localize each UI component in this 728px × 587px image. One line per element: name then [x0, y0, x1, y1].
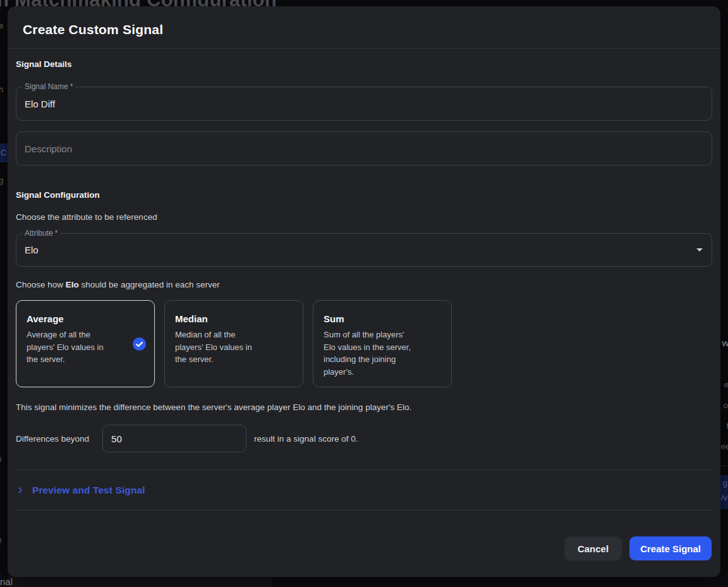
bg-text-fragment: ee [721, 442, 728, 451]
bg-text-fragment: C [1, 148, 6, 157]
chevron-right-icon [16, 486, 25, 495]
attribute-prompt: Choose the attribute to be referenced [16, 212, 712, 222]
signal-name-input[interactable] [16, 87, 712, 120]
aggregation-options: Average Average of all the players' Elo … [16, 300, 712, 387]
aggregation-prompt: Choose how Elo should be aggregated in e… [16, 280, 712, 289]
signal-details-heading: Signal Details [16, 59, 712, 69]
check-circle-icon [133, 337, 146, 351]
card-description: Sum of all the players' Elo values in th… [324, 329, 413, 378]
bg-table-row [8, 577, 272, 587]
threshold-suffix: result in a signal score of 0. [254, 434, 358, 444]
modal-body: Signal Details Signal Name* Signal Confi… [8, 59, 720, 560]
chevron-down-icon [696, 248, 703, 251]
required-asterisk: * [55, 229, 58, 238]
attribute-selected-value: Elo [16, 245, 696, 255]
bg-text-fragment: 0 [0, 455, 1, 464]
bg-table-strip: nal [0, 577, 728, 587]
signal-name-label: Signal Name* [22, 82, 75, 91]
header-divider [8, 48, 720, 49]
threshold-field [102, 425, 246, 452]
attribute-label: Attribute* [22, 229, 60, 238]
description-field [16, 131, 712, 166]
create-custom-signal-modal: Create Custom Signal Signal Details Sign… [8, 6, 720, 577]
aggregation-card-sum[interactable]: Sum Sum of all the players' Elo values i… [313, 300, 452, 387]
bg-text-fragment: or [723, 401, 728, 410]
bg-text-fragment: w [722, 337, 728, 348]
attribute-select[interactable]: Attribute* Elo [16, 233, 712, 267]
bg-text-fragment: e [724, 380, 728, 389]
aggregation-prompt-attribute: Elo [66, 280, 79, 289]
bg-highlighted-block: g /v [720, 475, 728, 509]
threshold-input[interactable] [103, 425, 246, 452]
bg-text-fragment: e [0, 21, 3, 30]
signal-note: This signal minimizes the difference bet… [16, 402, 712, 412]
modal-footer: Cancel Create Signal [16, 536, 712, 560]
modal-title: Create Custom Signal [23, 22, 705, 37]
threshold-prefix: Differences beyond [16, 434, 89, 444]
preview-link-label: Preview and Test Signal [32, 485, 145, 496]
modal-header: Create Custom Signal [8, 6, 720, 37]
signal-name-field: Signal Name* [16, 87, 712, 121]
card-title: Median [175, 313, 293, 324]
signal-configuration-heading: Signal Configuration [16, 190, 712, 200]
bg-text-fragment: nal [0, 576, 13, 587]
bg-text-fragment: g [723, 478, 727, 488]
aggregation-card-median[interactable]: Median Median of all the players' Elo va… [164, 300, 303, 387]
card-description: Median of all the players' Elo values in… [175, 329, 265, 366]
card-title: Average [27, 313, 144, 324]
aggregation-card-average[interactable]: Average Average of all the players' Elo … [16, 300, 155, 387]
threshold-row: Differences beyond result in a signal sc… [16, 425, 712, 452]
create-signal-button[interactable]: Create Signal [629, 536, 712, 560]
preview-and-test-link[interactable]: Preview and Test Signal [16, 483, 145, 498]
divider [16, 469, 712, 470]
bg-text-fragment: g [0, 176, 3, 185]
description-input[interactable] [16, 132, 712, 165]
divider [16, 510, 712, 511]
bg-selected-row: C [0, 143, 8, 162]
bg-text-fragment: 0 [0, 536, 1, 545]
bg-text-fragment: h [0, 85, 3, 94]
card-description: Average of all the players' Elo values i… [27, 329, 116, 366]
bg-text-fragment: /v [721, 493, 727, 502]
required-asterisk: * [70, 82, 73, 91]
card-title: Sum [324, 313, 441, 324]
cancel-button[interactable]: Cancel [564, 536, 622, 560]
bg-divider [720, 466, 728, 466]
